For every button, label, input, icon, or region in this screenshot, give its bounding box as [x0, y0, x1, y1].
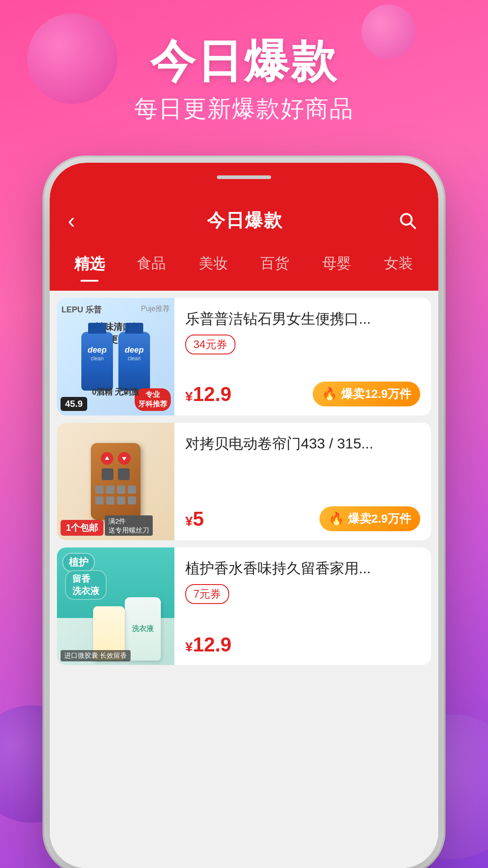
- remote-control-visual: [91, 443, 141, 520]
- product-name-2: 对拷贝电动卷帘门433 / 315...: [185, 434, 420, 454]
- nav-title: 今日爆款: [207, 208, 283, 233]
- app-screen: ‹ 今日爆款 精选 食品 美妆 百货 母婴 女装: [50, 163, 438, 868]
- svg-marker-3: [122, 457, 127, 461]
- search-icon: [398, 211, 418, 231]
- brand-label-1: LEPU 乐普 Puje推荐: [57, 304, 174, 315]
- product-desc-img-3: 进口微胶囊 长效留香: [61, 650, 131, 661]
- coupon-badge-3: 7元券: [185, 584, 229, 604]
- gift-badge: 满2件送专用螺丝刀: [105, 515, 153, 536]
- header-area: 今日爆款 每日更新爆款好商品: [0, 0, 488, 152]
- product-bottom-2: ¥5 🔥 爆卖2.9万件: [185, 506, 420, 531]
- product-type-badge: 留香洗衣液: [65, 570, 107, 600]
- product-name-3: 植护香水香味持久留香家用...: [185, 558, 420, 579]
- page-subtitle: 每日更新爆款好商品: [0, 93, 488, 125]
- product-price-3: ¥12.9: [185, 633, 231, 656]
- phone-mockup: ‹ 今日爆款 精选 食品 美妆 百货 母婴 女装: [50, 163, 438, 868]
- tab-精选[interactable]: 精选: [59, 246, 121, 282]
- product-price-1: ¥12.9: [185, 383, 231, 406]
- category-tabs: 精选 食品 美妆 百货 母婴 女装: [50, 246, 438, 291]
- product-name-1: 乐普普洁钻石男女生便携口...: [185, 309, 420, 329]
- no-alcohol-tag: 0酒精 无刺激: [57, 387, 174, 397]
- tab-女装[interactable]: 女装: [367, 246, 429, 282]
- product-image-1: LEPU 乐普 Puje推荐 "祛味清口气清新更持久" deep clean: [57, 298, 174, 415]
- svg-line-1: [410, 223, 415, 228]
- tab-母婴[interactable]: 母婴: [306, 246, 368, 282]
- product-bottom-3: ¥12.9: [185, 633, 420, 656]
- product-list: LEPU 乐普 Puje推荐 "祛味清口气清新更持久" deep clean: [50, 291, 438, 868]
- page-title: 今日爆款: [0, 36, 488, 86]
- product-tagline-1: "祛味清口气清新更持久": [61, 321, 170, 346]
- back-button[interactable]: ‹: [68, 208, 95, 233]
- product-info-2: 对拷贝电动卷帘门433 / 315... ¥5 🔥 爆卖2.9万件: [174, 423, 431, 540]
- search-button[interactable]: [395, 208, 420, 233]
- tab-百货[interactable]: 百货: [244, 246, 306, 282]
- hot-badge-1: 🔥 爆卖12.9万件: [313, 382, 420, 406]
- brand-badge-3: 植护: [62, 553, 95, 572]
- product-info-1: 乐普普洁钻石男女生便携口... 34元券 ¥12.9 🔥 爆卖12.9万件: [174, 298, 431, 415]
- product-card-3[interactable]: 植护 留香洗衣液 洗衣液 进口微胶囊 长效留香 植护香水香味持久留香家用...: [57, 547, 431, 665]
- svg-marker-2: [105, 456, 109, 460]
- phone-speaker: [217, 175, 271, 179]
- hot-badge-2: 🔥 爆卖2.9万件: [319, 506, 420, 531]
- product-card-1[interactable]: LEPU 乐普 Puje推荐 "祛味清口气清新更持久" deep clean: [57, 298, 431, 415]
- tab-食品[interactable]: 食品: [121, 246, 183, 282]
- product-info-3: 植护香水香味持久留香家用... 7元券 ¥12.9: [174, 547, 431, 665]
- fire-icon-1: 🔥: [322, 387, 338, 401]
- product-bottom-1: ¥12.9 🔥 爆卖12.9万件: [185, 382, 420, 406]
- fire-icon-2: 🔥: [328, 511, 344, 526]
- coupon-badge-1: 34元券: [185, 335, 235, 354]
- package-badge: 1个包邮: [61, 520, 103, 536]
- price-tag-img-1: 45.9: [61, 397, 87, 411]
- product-card-2[interactable]: 1个包邮 满2件送专用螺丝刀 对拷贝电动卷帘门433 / 315... ¥5 🔥: [57, 423, 431, 540]
- product-image-3: 植护 留香洗衣液 洗衣液 进口微胶囊 长效留香: [57, 547, 174, 665]
- product-price-2: ¥5: [185, 508, 204, 530]
- product-image-2: 1个包邮 满2件送专用螺丝刀: [57, 423, 174, 540]
- tab-美妆[interactable]: 美妆: [182, 246, 244, 282]
